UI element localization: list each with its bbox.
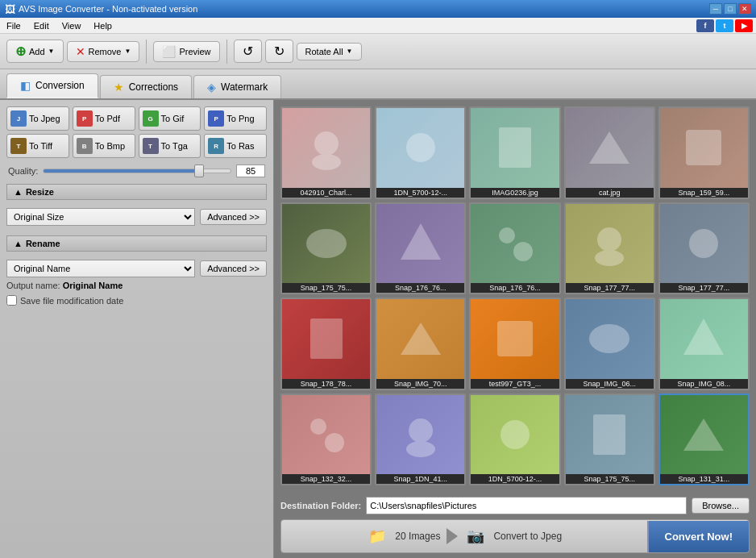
svg-point-8 [513, 242, 533, 261]
svg-point-20 [501, 420, 530, 449]
format-tga-button[interactable]: T To Tga [139, 134, 201, 158]
rotate-all-dropdown-icon[interactable]: ▼ [347, 48, 353, 55]
output-name-row: Output name: Original Name [6, 281, 267, 290]
format-tiff-button[interactable]: T To Tiff [6, 134, 69, 158]
toolbar-divider-2 [226, 40, 227, 64]
image-thumbnail-7[interactable]: Snap_176_76... [375, 202, 466, 295]
format-jpeg-button[interactable]: J To Jpeg [6, 106, 69, 131]
format-bmp-button[interactable]: B To Bmp [73, 134, 135, 158]
image-thumbnail-5[interactable]: Snap_159_59... [658, 106, 750, 199]
image-thumbnail-19[interactable]: Snap_175_75... [564, 394, 655, 486]
save-date-checkbox[interactable] [6, 295, 17, 306]
twitter-icon[interactable]: t [716, 19, 733, 32]
image-thumbnail-11[interactable]: Snap_178_78... [280, 298, 372, 390]
image-thumbnail-3[interactable]: IMAG0236.jpg [469, 106, 560, 199]
minimize-button[interactable]: ─ [709, 3, 722, 15]
format-png-button[interactable]: P To Png [204, 106, 267, 131]
rotate-right-button[interactable]: ↻ [265, 40, 293, 63]
add-icon: ⊕ [15, 44, 26, 59]
svg-point-14 [589, 324, 629, 353]
thumbnail-image-15 [660, 299, 748, 379]
tab-conversion[interactable]: ◧ Conversion [6, 73, 98, 98]
image-thumbnail-17[interactable]: Snap_1DN_41... [375, 394, 466, 486]
rename-advanced-button[interactable]: Advanced >> [200, 260, 267, 277]
watermark-tab-icon: ◈ [207, 81, 216, 94]
thumbnail-image-13 [471, 299, 559, 379]
rotate-all-button[interactable]: Rotate All ▼ [297, 43, 362, 60]
resize-section-body: Original Size Advanced >> [6, 205, 267, 235]
resize-control-row: Original Size Advanced >> [6, 208, 267, 226]
quality-slider[interactable] [43, 169, 231, 173]
menu-file[interactable]: File [3, 19, 24, 32]
thumbnail-label-5: Snap_159_59... [660, 188, 748, 198]
thumbnail-label-7: Snap_176_76... [376, 283, 464, 293]
resize-advanced-button[interactable]: Advanced >> [200, 209, 267, 225]
add-button[interactable]: ⊕ Add ▼ [6, 40, 64, 63]
thumbnail-label-16: Snap_132_32... [282, 474, 370, 484]
corrections-tab-icon: ★ [114, 81, 124, 94]
destination-label: Destination Folder: [280, 501, 361, 510]
thumbnail-image-8 [471, 204, 559, 284]
svg-point-11 [689, 229, 718, 258]
destination-input[interactable] [366, 497, 687, 514]
remove-dropdown-icon[interactable]: ▼ [124, 48, 131, 55]
image-thumbnail-6[interactable]: Snap_175_75... [280, 202, 372, 295]
rename-section-header[interactable]: ▲ Rename [6, 235, 267, 252]
image-thumbnail-4[interactable]: cat.jpg [564, 106, 655, 199]
browse-button[interactable]: Browse... [692, 498, 750, 514]
image-thumbnail-1[interactable]: 042910_Charl... [280, 106, 372, 199]
thumbnail-label-6: Snap_175_75... [282, 283, 370, 293]
image-thumbnail-13[interactable]: test997_GT3_... [469, 298, 560, 390]
svg-point-9 [597, 227, 621, 252]
restore-button[interactable]: □ [724, 3, 737, 15]
rotate-left-button[interactable]: ↺ [234, 40, 262, 63]
image-thumbnail-12[interactable]: Snap_IMG_70... [375, 298, 466, 390]
svg-rect-12 [310, 319, 343, 359]
format-ras-button[interactable]: R To Ras [204, 134, 267, 158]
images-count: 20 Images [395, 531, 440, 542]
menu-edit[interactable]: Edit [31, 19, 52, 32]
bmp-icon: B [77, 138, 93, 154]
svg-point-10 [595, 250, 624, 266]
image-thumbnail-16[interactable]: Snap_132_32... [280, 394, 372, 486]
add-dropdown-icon[interactable]: ▼ [48, 48, 55, 55]
menu-view[interactable]: View [59, 19, 85, 32]
format-pdf-button[interactable]: P To Pdf [73, 106, 135, 131]
image-thumbnail-9[interactable]: Snap_177_77... [564, 202, 655, 295]
svg-rect-21 [593, 414, 625, 455]
image-thumbnail-18[interactable]: 1DN_5700-12-... [469, 394, 560, 486]
format-gif-button[interactable]: G To Gif [139, 106, 201, 131]
thumbnail-image-18 [471, 395, 559, 475]
convert-now-button[interactable]: Convert Now! [647, 521, 750, 552]
close-button[interactable]: ✕ [738, 3, 751, 15]
thumbnail-image-20 [660, 395, 748, 475]
thumbnail-label-1: 042910_Charl... [282, 188, 370, 198]
svg-point-2 [406, 133, 435, 162]
image-thumbnail-8[interactable]: Snap_176_76... [469, 202, 560, 295]
rotate-right-icon: ↻ [274, 44, 285, 59]
facebook-icon[interactable]: f [696, 19, 714, 32]
tab-corrections[interactable]: ★ Corrections [100, 75, 192, 98]
tab-watermark[interactable]: ◈ Watermark [193, 75, 281, 98]
image-thumbnail-14[interactable]: Snap_IMG_06... [564, 298, 655, 390]
remove-button[interactable]: ✕ Remove ▼ [67, 41, 140, 62]
thumbnail-label-10: Snap_177_77... [660, 283, 748, 293]
rename-dropdown[interactable]: Original Name [6, 260, 195, 277]
thumbnail-label-4: cat.jpg [566, 188, 654, 198]
menu-help[interactable]: Help [90, 19, 115, 32]
image-thumbnail-15[interactable]: Snap_IMG_08... [658, 298, 750, 390]
output-name-value: Original Name [63, 281, 123, 290]
image-grid: 042910_Charl...1DN_5700-12-...IMAG0236.j… [274, 100, 756, 492]
thumbnail-image-9 [566, 204, 654, 284]
resize-section-header[interactable]: ▲ Resize [6, 184, 267, 200]
image-thumbnail-10[interactable]: Snap_177_77... [658, 202, 750, 295]
quality-value: 85 [236, 164, 265, 177]
preview-button[interactable]: ⬜ Preview [153, 41, 219, 62]
thumbnail-image-5 [660, 108, 748, 188]
youtube-icon[interactable]: ▶ [735, 19, 753, 32]
thumbnail-label-19: Snap_175_75... [566, 474, 654, 484]
image-thumbnail-20[interactable]: Snap_131_31... [658, 394, 750, 486]
resize-dropdown[interactable]: Original Size [6, 208, 195, 226]
image-thumbnail-2[interactable]: 1DN_5700-12-... [375, 106, 466, 199]
preview-icon: ⬜ [162, 45, 176, 58]
